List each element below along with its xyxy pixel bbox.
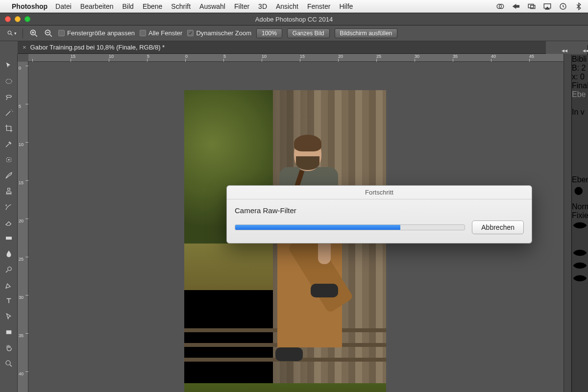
sync-icon[interactable] — [512, 2, 520, 11]
svg-rect-20 — [6, 237, 12, 240]
svg-point-8 — [8, 31, 11, 34]
hand-tool[interactable] — [2, 341, 16, 355]
menu-bearbeiten[interactable]: Bearbeiten — [80, 2, 114, 10]
stamp-tool[interactable] — [2, 184, 16, 198]
dodge-tool[interactable] — [2, 263, 16, 276]
type-tool[interactable] — [2, 294, 16, 308]
menu-ansicht[interactable]: Ansicht — [276, 2, 298, 10]
svg-line-15 — [50, 34, 52, 36]
zoom-window-button[interactable] — [24, 16, 30, 22]
svg-point-34 — [578, 223, 582, 227]
fit-image-button[interactable]: Ganzes Bild — [287, 28, 330, 38]
x-label: x: — [572, 73, 578, 81]
pen-tool[interactable] — [2, 278, 16, 292]
close-tab-icon[interactable]: × — [23, 44, 26, 51]
cc-icon[interactable] — [496, 2, 505, 11]
healing-tool[interactable] — [2, 153, 16, 167]
close-window-button[interactable] — [5, 16, 11, 22]
dialog-operation-label: Camera Raw-Filter — [235, 206, 524, 215]
eraser-tool[interactable] — [2, 216, 16, 229]
lock-label: Fixier — [572, 211, 588, 220]
zoom-in-icon[interactable] — [29, 28, 39, 38]
gradient-tool[interactable] — [2, 231, 16, 245]
timemachine-icon[interactable] — [559, 2, 567, 11]
minimize-window-button[interactable] — [15, 16, 21, 22]
ruler-vertical[interactable]: 0510152025303540 — [18, 62, 28, 392]
svg-point-21 — [7, 267, 11, 271]
tools-panel — [0, 54, 18, 392]
ebenen-tab[interactable]: Eben — [572, 175, 588, 184]
document-tab-label[interactable]: Gabor Training.psd bei 10,8% (Finale, RG… — [30, 44, 165, 51]
svg-line-33 — [582, 195, 586, 198]
window-titlebar: Adobe Photoshop CC 2014 — [0, 13, 588, 25]
menu-fenster[interactable]: Fenster — [307, 2, 330, 10]
secondary-panel-strip: Bibli B: 2 x: 0 Final Ebe In v Eben Norm… — [571, 55, 588, 392]
dialog-title: Fortschritt — [227, 186, 532, 199]
menu-filter[interactable]: Filter — [234, 2, 249, 10]
visibility-eye-icon[interactable] — [572, 260, 588, 273]
svg-point-32 — [575, 187, 583, 196]
fit-window-checkbox[interactable]: Fenstergröße anpassen — [58, 29, 135, 37]
visibility-eye-icon[interactable] — [572, 273, 588, 286]
progress-dialog: Fortschritt Camera Raw-Filter Abbrechen — [226, 185, 532, 244]
menu-3d[interactable]: 3D — [258, 2, 267, 10]
final-label: Final — [572, 81, 588, 90]
ruler-horizontal[interactable]: 15105051015202530354045 — [28, 54, 564, 62]
svg-rect-22 — [6, 330, 11, 334]
brush-tool[interactable] — [2, 169, 16, 182]
marquee-tool[interactable] — [2, 74, 16, 88]
menu-ebene[interactable]: Ebene — [143, 2, 162, 10]
collapse-chevron-right-icon[interactable]: ◂◂ — [583, 47, 588, 54]
svg-point-37 — [578, 276, 582, 280]
scrubby-zoom-checkbox[interactable]: Dynamischer Zoom — [187, 29, 251, 37]
collapse-chevron-left-icon[interactable]: ◂◂ — [562, 47, 567, 54]
zoom-tool[interactable] — [2, 357, 16, 370]
menu-datei[interactable]: Datei — [55, 2, 72, 10]
svg-point-17 — [6, 79, 12, 84]
window-controls — [5, 16, 30, 22]
svg-point-36 — [578, 264, 582, 268]
x-value[interactable]: 0 — [580, 73, 585, 81]
window-title: Adobe Photoshop CC 2014 — [0, 16, 588, 23]
inventory-button[interactable]: In v — [572, 108, 588, 117]
svg-line-24 — [10, 365, 12, 367]
menu-hilfe[interactable]: Hilfe — [339, 2, 353, 10]
lasso-tool[interactable] — [2, 90, 16, 104]
blend-mode-dropdown[interactable]: Norm — [572, 202, 588, 211]
svg-point-35 — [578, 251, 582, 255]
path-select-tool[interactable] — [2, 310, 16, 323]
layer-search-icon[interactable] — [572, 184, 588, 202]
progress-bar — [235, 224, 465, 230]
airplay-icon[interactable] — [543, 2, 552, 11]
displays-icon[interactable] — [527, 2, 536, 11]
zoom-tool-icon[interactable]: ▾ — [7, 28, 17, 38]
svg-point-19 — [8, 159, 9, 161]
crop-tool[interactable] — [2, 122, 16, 135]
svg-line-11 — [35, 34, 37, 36]
zoom-out-icon[interactable] — [44, 28, 53, 38]
cancel-button[interactable]: Abbrechen — [472, 220, 524, 234]
app-name[interactable]: Photoshop — [12, 2, 48, 10]
visibility-eye-icon[interactable] — [572, 247, 588, 260]
zoom-100-button[interactable]: 100% — [256, 28, 282, 38]
move-tool[interactable] — [2, 59, 16, 73]
width-label: B: — [572, 64, 579, 72]
scrubby-zoom-label: Dynamischer Zoom — [196, 29, 251, 37]
eyedropper-tool[interactable] — [2, 137, 16, 151]
visibility-eye-icon[interactable] — [572, 220, 588, 233]
svg-line-9 — [11, 34, 12, 35]
menu-schrift[interactable]: Schrift — [171, 2, 191, 10]
wand-tool[interactable] — [2, 106, 16, 120]
blur-tool[interactable] — [2, 247, 16, 261]
svg-point-23 — [6, 361, 10, 365]
rectangle-tool[interactable] — [2, 325, 16, 339]
fill-screen-button[interactable]: Bildschirm ausfüllen — [335, 28, 398, 38]
menu-bild[interactable]: Bild — [122, 2, 134, 10]
width-value[interactable]: 2 — [582, 64, 586, 72]
menu-auswahl[interactable]: Auswahl — [199, 2, 225, 10]
bluetooth-icon[interactable] — [574, 2, 583, 11]
history-brush-tool[interactable] — [2, 200, 16, 214]
all-windows-checkbox[interactable]: Alle Fenster — [140, 29, 182, 37]
libraries-tab[interactable]: Bibli — [572, 55, 588, 64]
svg-marker-6 — [545, 7, 549, 9]
